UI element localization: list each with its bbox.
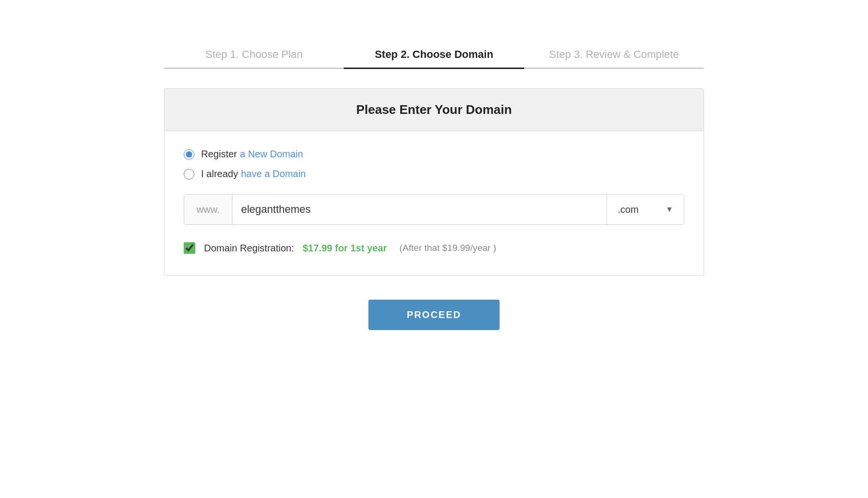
registration-label: Domain Registration: bbox=[204, 243, 294, 254]
domain-input-row: www. .com ▼ bbox=[184, 194, 684, 225]
already-have-text-plain: I already bbox=[201, 168, 238, 180]
register-new-radio[interactable] bbox=[184, 149, 194, 160]
register-new-option[interactable]: Register a New Domain bbox=[184, 149, 684, 160]
www-prefix: www. bbox=[184, 194, 232, 224]
already-have-text-link: have a Domain bbox=[241, 168, 306, 180]
register-new-text-link: a New Domain bbox=[240, 149, 303, 160]
step-1[interactable]: Step 1. Choose Plan bbox=[164, 48, 344, 69]
step-3-label: Step 3. Review & Complete bbox=[549, 48, 679, 68]
page-wrapper: Step 1. Choose Plan Step 2. Choose Domai… bbox=[0, 0, 868, 498]
step-1-underline bbox=[164, 68, 344, 69]
www-label: www. bbox=[197, 204, 220, 215]
proceed-button[interactable]: PROCEED bbox=[368, 300, 500, 330]
step-2[interactable]: Step 2. Choose Domain bbox=[344, 48, 524, 69]
domain-card: Please Enter Your Domain Register a New … bbox=[164, 88, 704, 276]
step-3-underline bbox=[524, 68, 704, 69]
card-header-title: Please Enter Your Domain bbox=[164, 102, 704, 117]
tld-dropdown[interactable]: .com ▼ bbox=[607, 194, 684, 224]
step-2-underline bbox=[344, 68, 524, 69]
card-body: Register a New Domain I already have a D… bbox=[164, 131, 704, 275]
already-have-option[interactable]: I already have a Domain bbox=[184, 168, 684, 180]
step-1-label: Step 1. Choose Plan bbox=[205, 48, 303, 68]
step-3[interactable]: Step 3. Review & Complete bbox=[524, 48, 704, 69]
registration-price-secondary: (After that $19.99/year ) bbox=[399, 243, 496, 253]
domain-registration-checkbox[interactable] bbox=[184, 242, 195, 254]
registration-row: Domain Registration: $17.99 for 1st year… bbox=[184, 242, 684, 254]
chevron-down-icon: ▼ bbox=[665, 205, 673, 214]
card-header: Please Enter Your Domain bbox=[164, 89, 704, 131]
tld-value: .com bbox=[618, 204, 638, 215]
domain-text-input[interactable] bbox=[232, 194, 607, 224]
registration-price-highlight: $17.99 for 1st year bbox=[303, 243, 387, 254]
step-2-label: Step 2. Choose Domain bbox=[375, 48, 493, 68]
steps-nav: Step 1. Choose Plan Step 2. Choose Domai… bbox=[164, 48, 704, 69]
register-new-text-plain: Register bbox=[201, 149, 237, 160]
already-have-radio[interactable] bbox=[184, 169, 194, 180]
